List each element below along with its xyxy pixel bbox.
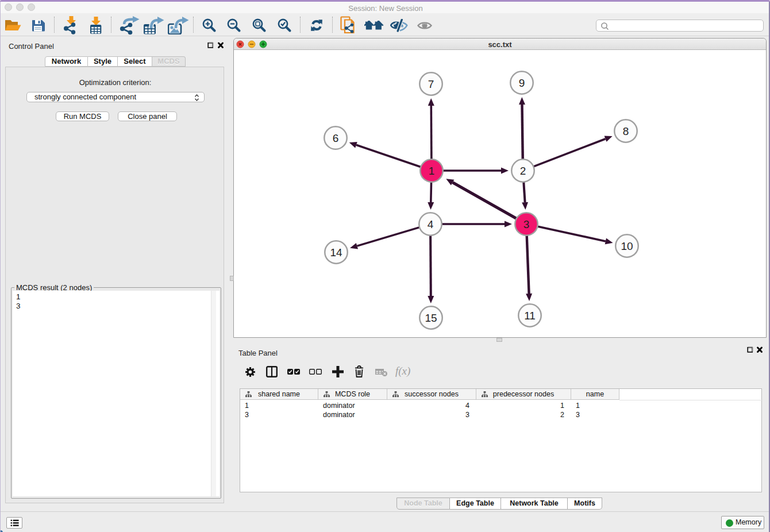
svg-text:8: 8	[623, 125, 629, 137]
svg-text:11: 11	[524, 310, 536, 322]
svg-text:3: 3	[523, 218, 530, 230]
svg-text:14: 14	[330, 246, 342, 259]
svg-text:f(x): f(x)	[395, 366, 410, 377]
svg-text:15: 15	[425, 312, 437, 324]
svg-text:1: 1	[429, 165, 435, 177]
svg-text:2: 2	[520, 165, 526, 177]
svg-text:7: 7	[428, 78, 434, 90]
svg-text:9: 9	[519, 77, 525, 89]
svg-text:10: 10	[621, 240, 633, 252]
svg-text:4: 4	[428, 218, 434, 230]
svg-text:6: 6	[333, 132, 339, 144]
